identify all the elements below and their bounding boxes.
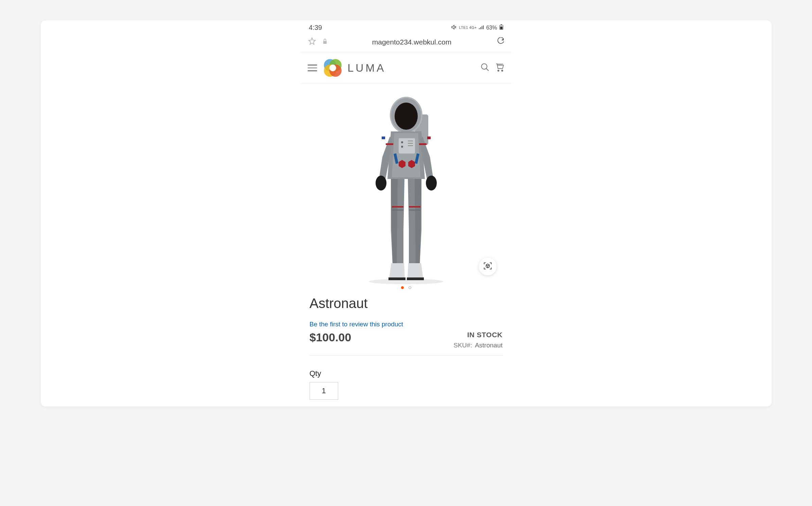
mute-icon bbox=[451, 25, 457, 31]
bookmark-icon[interactable] bbox=[308, 37, 316, 47]
svg-point-11 bbox=[498, 70, 499, 71]
svg-point-39 bbox=[369, 279, 444, 284]
gallery-pagination bbox=[401, 286, 411, 289]
cart-icon[interactable] bbox=[495, 62, 505, 74]
svg-line-10 bbox=[486, 69, 488, 71]
lock-icon bbox=[323, 39, 327, 46]
battery-icon bbox=[499, 24, 503, 31]
refresh-icon[interactable] bbox=[497, 37, 505, 47]
product-3d-model[interactable] bbox=[359, 94, 454, 284]
search-icon[interactable] bbox=[480, 62, 490, 73]
status-time: 4:39 bbox=[309, 24, 322, 32]
qty-label: Qty bbox=[310, 369, 503, 378]
svg-rect-35 bbox=[392, 210, 403, 211]
luma-mark-icon bbox=[322, 57, 344, 79]
product-price: $100.00 bbox=[310, 331, 351, 344]
stock-status: IN STOCK bbox=[453, 331, 502, 339]
product-gallery[interactable] bbox=[301, 84, 512, 292]
brand-name: LUMA bbox=[348, 62, 386, 74]
svg-point-31 bbox=[376, 176, 386, 191]
address-bar[interactable]: magento234.webkul.com bbox=[327, 38, 497, 46]
svg-rect-28 bbox=[419, 143, 427, 145]
mobile-viewport: 4:39 LTE1 4G+ 63% bbox=[301, 20, 512, 406]
screenshot-card: 4:39 LTE1 4G+ 63% bbox=[41, 20, 772, 406]
signal-icon bbox=[479, 25, 484, 31]
svg-point-16 bbox=[395, 103, 418, 130]
ar-view-button[interactable] bbox=[479, 258, 497, 275]
svg-point-19 bbox=[401, 146, 403, 148]
site-header: LUMA bbox=[301, 52, 512, 84]
svg-point-18 bbox=[401, 141, 403, 143]
qty-section: Qty bbox=[301, 356, 512, 406]
gallery-dot-2[interactable] bbox=[409, 286, 411, 289]
gallery-dot-1[interactable] bbox=[401, 286, 404, 289]
battery-text: 63% bbox=[486, 25, 497, 31]
svg-rect-33 bbox=[392, 206, 403, 207]
sku-value: Astronaut bbox=[475, 342, 502, 349]
product-info-section: Astronaut Be the first to review this pr… bbox=[301, 292, 512, 356]
status-bar: 4:39 LTE1 4G+ 63% bbox=[301, 20, 512, 34]
svg-rect-34 bbox=[409, 206, 420, 207]
svg-rect-3 bbox=[323, 41, 327, 44]
svg-rect-29 bbox=[427, 137, 431, 139]
sku-row: SKU#:Astronaut bbox=[453, 342, 502, 349]
svg-rect-30 bbox=[382, 137, 385, 139]
svg-rect-27 bbox=[386, 143, 393, 145]
write-review-link[interactable]: Be the first to review this product bbox=[310, 321, 403, 328]
svg-rect-1 bbox=[500, 26, 502, 29]
svg-point-32 bbox=[426, 176, 437, 191]
network-label: LTE1 4G+ bbox=[459, 26, 477, 30]
browser-toolbar: magento234.webkul.com bbox=[301, 34, 512, 52]
svg-rect-36 bbox=[409, 210, 420, 211]
svg-point-12 bbox=[501, 70, 503, 71]
hamburger-menu[interactable] bbox=[308, 65, 317, 71]
svg-point-9 bbox=[481, 64, 487, 69]
brand-logo[interactable]: LUMA bbox=[322, 57, 386, 79]
status-indicators: LTE1 4G+ 63% bbox=[451, 24, 503, 31]
svg-rect-2 bbox=[501, 24, 502, 25]
svg-point-8 bbox=[329, 65, 336, 71]
product-title: Astronaut bbox=[310, 296, 503, 311]
sku-label: SKU#: bbox=[453, 342, 472, 349]
ar-icon bbox=[483, 261, 493, 272]
qty-input[interactable] bbox=[310, 382, 338, 400]
